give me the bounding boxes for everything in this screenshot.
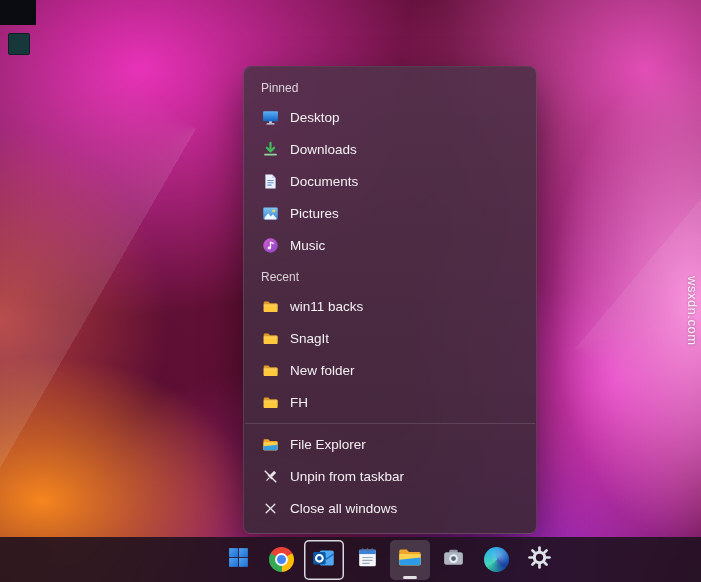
taskbar xyxy=(0,537,701,582)
jumplist-item-label: FH xyxy=(290,395,308,410)
taskbar-icon-strip xyxy=(218,540,559,580)
file-explorer-icon xyxy=(261,435,279,453)
file-explorer-icon xyxy=(397,544,424,575)
edge-button[interactable] xyxy=(476,540,516,580)
folder-icon xyxy=(261,329,279,347)
file-explorer-button[interactable] xyxy=(390,540,430,580)
jumplist-item-label: win11 backs xyxy=(290,299,363,314)
jumplist-separator xyxy=(245,423,535,424)
start-button[interactable] xyxy=(218,540,258,580)
downloads-icon xyxy=(261,140,279,158)
chrome-icon xyxy=(269,547,294,572)
jumplist-action-file-explorer[interactable]: File Explorer xyxy=(244,428,536,460)
snagit-icon xyxy=(441,545,466,574)
outlook-button[interactable] xyxy=(304,540,344,580)
jumplist-item-label: SnagIt xyxy=(290,331,329,346)
jumplist-item-new-folder[interactable]: New folder xyxy=(244,354,536,386)
jumplist-item-label: Pictures xyxy=(290,206,339,221)
jumplist-item-documents[interactable]: Documents xyxy=(244,165,536,197)
jumplist-item-label: Documents xyxy=(290,174,358,189)
jumplist-item-label: Downloads xyxy=(290,142,357,157)
file-explorer-jumplist: Pinned Desktop Downloads xyxy=(243,66,537,534)
settings-button[interactable] xyxy=(519,540,559,580)
jumplist-pinned-header: Pinned xyxy=(244,72,536,101)
desktop-shortcut-2[interactable] xyxy=(8,33,30,55)
jumplist-item-label: File Explorer xyxy=(290,437,366,452)
close-icon xyxy=(261,499,279,517)
jumplist-item-pictures[interactable]: Pictures xyxy=(244,197,536,229)
jumplist-action-close-all[interactable]: Close all windows xyxy=(244,492,536,524)
jumplist-item-downloads[interactable]: Downloads xyxy=(244,133,536,165)
chrome-button[interactable] xyxy=(261,540,301,580)
calendar-button[interactable] xyxy=(347,540,387,580)
edge-icon xyxy=(484,547,509,572)
unpin-icon xyxy=(261,467,279,485)
watermark: wsxdn.com xyxy=(685,276,700,346)
documents-icon xyxy=(261,172,279,190)
jumplist-item-desktop[interactable]: Desktop xyxy=(244,101,536,133)
folder-icon xyxy=(261,361,279,379)
settings-gear-icon xyxy=(527,545,552,574)
jumplist-item-label: New folder xyxy=(290,363,355,378)
jumplist-item-label: Unpin from taskbar xyxy=(290,469,404,484)
outlook-icon xyxy=(311,545,337,575)
jumplist-action-unpin[interactable]: Unpin from taskbar xyxy=(244,460,536,492)
snagit-button[interactable] xyxy=(433,540,473,580)
jumplist-item-label: Music xyxy=(290,238,325,253)
jumplist-item-label: Close all windows xyxy=(290,501,397,516)
desktop-icon xyxy=(261,108,279,126)
jumplist-recent-header: Recent xyxy=(244,261,536,290)
desktop-screen: wsxdn.com Pinned Desktop xyxy=(0,0,701,582)
jumplist-item-fh[interactable]: FH xyxy=(244,386,536,418)
jumplist-item-label: Desktop xyxy=(290,110,340,125)
jumplist-item-snagit[interactable]: SnagIt xyxy=(244,322,536,354)
calendar-icon xyxy=(355,545,380,574)
jumplist-item-music[interactable]: Music xyxy=(244,229,536,261)
music-icon xyxy=(261,236,279,254)
folder-icon xyxy=(261,393,279,411)
jumplist-item-win11-backs[interactable]: win11 backs xyxy=(244,290,536,322)
folder-icon xyxy=(261,297,279,315)
start-icon xyxy=(226,545,251,574)
pictures-icon xyxy=(261,204,279,222)
desktop-shortcut-1[interactable] xyxy=(0,0,36,25)
